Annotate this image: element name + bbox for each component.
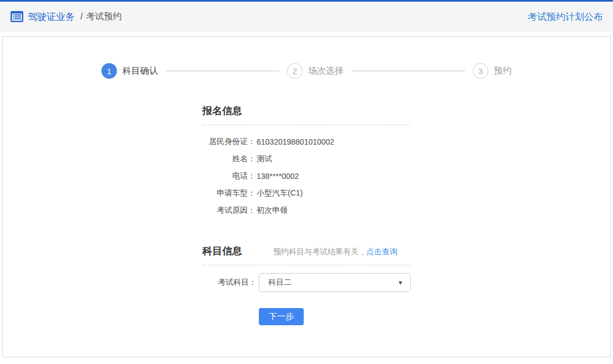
dashed-divider [202,265,411,265]
info-row-name: 姓名： 测试 [202,150,411,167]
field-label: 居民身份证： [202,137,256,147]
action-row: 下一步 [202,308,411,325]
content-column: 报名信息 居民身份证： 610320198801010002 姓名： 测试 电话… [202,104,411,325]
field-label: 申请车型： [202,188,256,198]
breadcrumb-separator: / [80,12,83,22]
step-reserve: 3 预约 [473,63,512,79]
registration-title: 报名信息 [202,104,242,117]
step-number-badge: 2 [287,63,303,79]
exam-subject-select[interactable]: 科目二 ▼ [259,273,411,292]
next-step-button[interactable]: 下一步 [259,308,304,325]
exam-subject-label: 考试科目： [202,278,257,288]
field-value: 小型汽车(C1) [257,188,303,198]
step-connector [351,70,465,71]
field-value: 138****0002 [257,172,299,181]
page: 驾驶证业务 / 考试预约 考试预约计划公布 1 科目确认 2 场次选择 3 预约 [0,0,613,364]
subject-title: 科目信息 [202,244,242,258]
step-label: 场次选择 [308,65,344,77]
info-row-exam-reason: 考试原因： 初次申领 [202,202,411,219]
query-result-link[interactable]: 点击查询 [366,247,397,257]
step-number-badge: 3 [473,63,488,79]
info-row-id-number: 居民身份证： 610320198801010002 [202,133,411,150]
subject-hint-text: 预约科目与考试结果有关， [273,247,366,257]
exam-plan-link[interactable]: 考试预约计划公布 [528,11,603,23]
exam-subject-selected-value: 科目二 [268,278,397,288]
subject-section-header: 科目信息 预约科目与考试结果有关， 点击查询 [202,244,411,258]
list-icon [10,10,24,23]
info-row-phone: 电话： 138****0002 [202,167,411,184]
registration-info-list: 居民身份证： 610320198801010002 姓名： 测试 电话： 138… [202,133,411,219]
dashed-divider [202,125,411,125]
info-row-vehicle-type: 申请车型： 小型汽车(C1) [202,184,411,202]
step-label: 预约 [494,65,512,77]
step-connector [166,70,279,71]
step-subject-confirm: 1 科目确认 [101,63,158,79]
step-label: 科目确认 [122,65,158,77]
field-label: 姓名： [202,154,256,164]
stepper: 1 科目确认 2 场次选择 3 预约 [3,63,610,79]
main-panel: 1 科目确认 2 场次选择 3 预约 报名信息 居民身份证： 61 [2,36,611,357]
breadcrumb-current-page: 考试预约 [86,11,121,23]
field-label: 考试原因： [202,206,256,216]
step-number-badge: 1 [101,63,117,79]
field-value: 初次申领 [257,206,288,216]
field-label: 电话： [202,171,256,181]
field-value: 测试 [257,154,272,164]
exam-subject-row: 考试科目： 科目二 ▼ [202,273,411,292]
field-value: 610320198801010002 [257,137,334,146]
header-bar: 驾驶证业务 / 考试预约 考试预约计划公布 [0,2,613,32]
caret-down-icon: ▼ [397,279,403,286]
step-session-select: 2 场次选择 [287,63,344,79]
registration-section-header: 报名信息 [202,104,411,117]
breadcrumb-section-link[interactable]: 驾驶证业务 [28,11,75,23]
